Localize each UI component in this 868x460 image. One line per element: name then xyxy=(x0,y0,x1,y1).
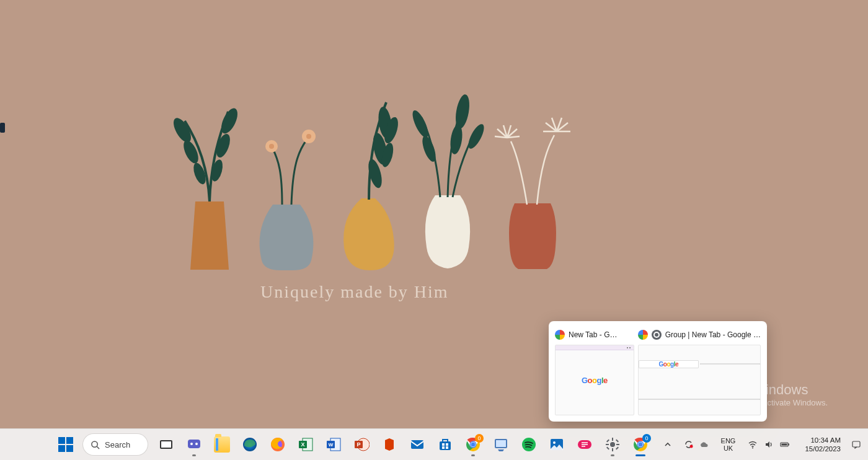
paint-icon xyxy=(493,436,509,453)
taskbar-word[interactable]: W xyxy=(321,431,347,458)
wifi-icon xyxy=(748,440,758,449)
svg-line-37 xyxy=(97,446,99,449)
window-preview-title: Group | New Tab - Google … xyxy=(665,330,761,339)
taskbar-settings[interactable] xyxy=(600,431,626,458)
edge-icon xyxy=(242,436,258,453)
svg-rect-76 xyxy=(606,440,609,443)
taskbar-excel[interactable]: X xyxy=(293,431,319,458)
svg-rect-66 xyxy=(496,440,506,447)
tray-background-apps[interactable] xyxy=(679,432,714,457)
taskbar-file-explorer[interactable] xyxy=(209,431,235,458)
tray-quick-settings[interactable] xyxy=(743,432,795,457)
office-icon xyxy=(381,436,397,453)
svg-point-41 xyxy=(190,443,193,445)
svg-rect-39 xyxy=(161,441,171,448)
powerpoint-icon: P xyxy=(353,436,370,453)
clock-time: 10:34 AM xyxy=(805,436,841,445)
svg-rect-72 xyxy=(612,438,613,441)
svg-text:P: P xyxy=(356,441,360,448)
system-tray: ENG UK 10:34 AM 15/02/2023 xyxy=(659,429,862,460)
onedrive-icon xyxy=(699,440,709,449)
taskbar-spotify[interactable] xyxy=(516,431,542,458)
battery-icon xyxy=(780,440,790,449)
gear-icon xyxy=(604,436,621,453)
tray-notifications[interactable] xyxy=(851,432,862,457)
svg-rect-59 xyxy=(442,446,445,449)
svg-rect-60 xyxy=(446,446,448,449)
firefox-icon xyxy=(270,436,286,453)
svg-rect-87 xyxy=(789,444,790,446)
svg-point-71 xyxy=(610,442,615,447)
app-icon xyxy=(577,436,593,453)
keyboard-layout: UK xyxy=(721,445,736,452)
taskbar-window-preview: New Tab - G… Google Group | New Tab - Go… xyxy=(549,321,767,422)
desktop-icon-partially-visible[interactable] xyxy=(0,123,5,133)
window-preview-thumbnail-group[interactable]: Google xyxy=(638,345,761,415)
svg-point-83 xyxy=(639,443,643,447)
start-button[interactable] xyxy=(53,431,79,458)
svg-text:W: W xyxy=(329,442,334,448)
taskbar-firefox[interactable] xyxy=(265,431,291,458)
language-code: ENG xyxy=(721,437,736,445)
svg-point-85 xyxy=(752,448,753,449)
search-icon xyxy=(91,440,100,449)
window-preview-item[interactable]: New Tab - G… Google xyxy=(555,327,634,415)
taskbar-photos[interactable] xyxy=(544,431,570,458)
svg-rect-73 xyxy=(612,448,613,451)
gear-icon xyxy=(652,330,662,340)
taskbar-paint[interactable] xyxy=(488,431,514,458)
tray-overflow[interactable] xyxy=(659,432,676,457)
taskbar-search[interactable]: Search xyxy=(83,434,148,455)
badge: 0 xyxy=(475,434,484,443)
svg-rect-89 xyxy=(852,441,860,447)
svg-point-69 xyxy=(553,441,556,444)
wallpaper-caption: Uniquely made by Him xyxy=(260,282,449,302)
svg-point-84 xyxy=(689,445,693,448)
svg-rect-35 xyxy=(66,445,73,452)
sync-icon xyxy=(684,440,694,449)
svg-rect-79 xyxy=(616,440,619,443)
svg-point-7 xyxy=(269,144,274,149)
svg-rect-75 xyxy=(616,444,619,445)
folder-icon xyxy=(214,436,230,453)
photos-icon xyxy=(549,436,565,453)
excel-icon: X xyxy=(298,436,314,453)
svg-rect-56 xyxy=(440,441,451,450)
svg-point-42 xyxy=(195,443,198,445)
svg-rect-78 xyxy=(606,447,609,450)
svg-point-15 xyxy=(410,108,432,139)
svg-rect-34 xyxy=(58,445,65,452)
svg-point-19 xyxy=(466,122,487,151)
svg-point-64 xyxy=(471,443,476,447)
taskbar-office[interactable] xyxy=(376,431,402,458)
svg-rect-88 xyxy=(782,444,787,446)
svg-point-1 xyxy=(180,138,201,166)
taskbar-powerpoint[interactable]: P xyxy=(348,431,374,458)
svg-rect-58 xyxy=(446,443,448,446)
wallpaper-illustration xyxy=(167,93,577,279)
desktop[interactable]: Uniquely made by Him Activate Windows Go… xyxy=(0,0,868,460)
taskbar-pinned-apps: Search X W xyxy=(53,429,653,460)
mail-icon xyxy=(409,436,425,453)
taskbar-microsoft-store[interactable] xyxy=(432,431,458,458)
taskbar-pinned-app[interactable] xyxy=(572,431,598,458)
svg-rect-74 xyxy=(606,444,609,445)
chrome-icon xyxy=(638,330,648,340)
taskbar-teams-chat[interactable] xyxy=(181,431,207,458)
search-label: Search xyxy=(105,440,130,449)
window-preview-thumbnail[interactable]: Google xyxy=(555,345,634,415)
taskbar-edge[interactable] xyxy=(237,431,263,458)
svg-point-36 xyxy=(92,441,97,446)
notification-icon xyxy=(852,440,861,449)
tray-language[interactable]: ENG UK xyxy=(716,432,741,457)
svg-rect-40 xyxy=(188,440,200,448)
badge: 0 xyxy=(642,434,651,443)
taskbar-mail[interactable] xyxy=(404,431,430,458)
taskbar-chrome-active[interactable]: 0 xyxy=(627,431,653,458)
spotify-icon xyxy=(521,436,537,453)
tray-clock[interactable]: 10:34 AM 15/02/2023 xyxy=(797,432,848,457)
taskbar-task-view[interactable] xyxy=(153,431,179,458)
taskbar: Search X W xyxy=(0,428,868,460)
taskbar-chrome[interactable]: 0 xyxy=(460,431,486,458)
window-preview-item[interactable]: Group | New Tab - Google … Google xyxy=(638,327,761,415)
